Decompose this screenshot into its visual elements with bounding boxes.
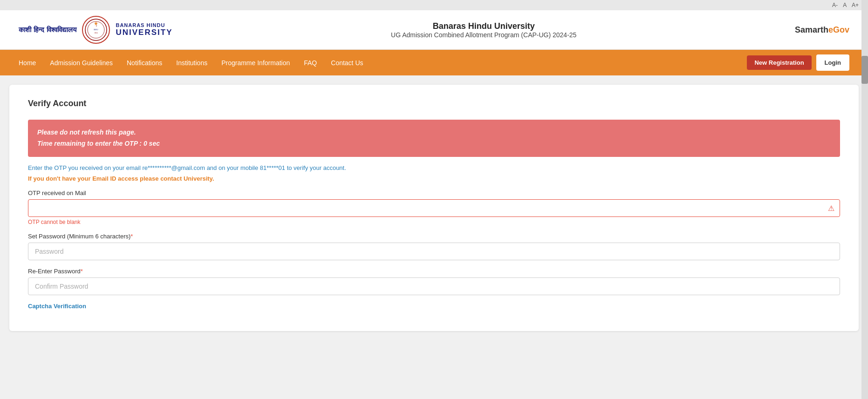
card-title: Verify Account	[28, 99, 840, 108]
university-name: Banaras Hindu University	[391, 21, 576, 31]
svg-text:॥: ॥	[96, 25, 97, 27]
nav-institutions[interactable]: Institutions	[176, 51, 207, 75]
nav-programme-info[interactable]: Programme Information	[221, 51, 290, 75]
otp-field-group: OTP received on Mail ⚠ OTP cannot be bla…	[28, 189, 840, 225]
captcha-label: Captcha Verification	[28, 303, 840, 310]
hindi-logo-text: काशी हिन्द विश्वविद्यालय	[19, 25, 76, 35]
otp-error-message: OTP cannot be blank	[28, 219, 840, 225]
reenter-password-field-group: Re-Enter Password*	[28, 268, 840, 295]
alert-line1: Please do not refresh this page.	[37, 127, 831, 138]
nav-home[interactable]: Home	[19, 51, 36, 75]
english-logo-text: BANARAS HINDU UNIVERSITY	[116, 22, 172, 37]
new-registration-button[interactable]: New Registration	[747, 55, 811, 70]
main-content: Verify Account Please do not refresh thi…	[0, 75, 868, 399]
password-input[interactable]	[28, 243, 840, 260]
nav-contact[interactable]: Contact Us	[331, 51, 363, 75]
reenter-password-input[interactable]	[28, 277, 840, 295]
nav-links: Home Admission Guidelines Notifications …	[19, 51, 363, 75]
otp-input-wrapper: ⚠	[28, 199, 840, 217]
otp-label: OTP received on Mail	[28, 189, 840, 196]
main-navbar: Home Admission Guidelines Notifications …	[0, 50, 868, 75]
site-header: काशी हिन्द विश्वविद्यालय ॥ BHU 1916 BANA…	[0, 10, 868, 50]
font-normal-btn[interactable]: A	[843, 2, 846, 8]
scrollbar-thumb[interactable]	[861, 56, 868, 84]
reenter-password-label: Re-Enter Password*	[28, 268, 840, 275]
reenter-password-input-wrapper	[28, 277, 840, 295]
captcha-field-group: Captcha Verification	[28, 303, 840, 310]
nav-faq[interactable]: FAQ	[304, 51, 317, 75]
otp-alert-box: Please do not refresh this page. Time re…	[28, 120, 840, 157]
svg-text:1916: 1916	[95, 32, 98, 34]
hindi-text: काशी हिन्द विश्वविद्यालय	[19, 26, 76, 34]
password-field-group: Set Password (Minimum 6 characters)*	[28, 233, 840, 260]
svg-text:BHU: BHU	[94, 28, 99, 31]
nav-notifications[interactable]: Notifications	[127, 51, 162, 75]
nav-admission-guidelines[interactable]: Admission Guidelines	[50, 51, 113, 75]
password-label: Set Password (Minimum 6 characters)*	[28, 233, 840, 240]
font-decrease-btn[interactable]: A-	[832, 2, 838, 8]
logo-area: काशी हिन्द विश्वविद्यालय ॥ BHU 1916 BANA…	[19, 16, 172, 44]
password-input-wrapper	[28, 243, 840, 260]
login-button[interactable]: Login	[816, 54, 849, 71]
password-required-mark: *	[130, 233, 133, 240]
alert-line2: Time remaining to enter the OTP : 0 sec	[37, 138, 831, 149]
otp-error-icon: ⚠	[828, 203, 834, 212]
brand-logo: SamartheGov	[795, 25, 849, 35]
header-title-area: Banaras Hindu University UG Admission Co…	[391, 21, 576, 39]
reenter-required-mark: *	[81, 268, 83, 275]
otp-info-text: Enter the OTP you received on your email…	[28, 164, 840, 171]
scrollbar[interactable]	[861, 0, 868, 399]
university-emblem: ॥ BHU 1916	[82, 16, 110, 44]
otp-input[interactable]	[28, 199, 840, 217]
samarth-text: Samarth	[795, 25, 828, 34]
egov-text: eGov	[828, 25, 849, 34]
email-warning-text: If you don't have your Email ID access p…	[28, 175, 840, 182]
nav-actions: New Registration Login	[747, 54, 849, 71]
font-increase-btn[interactable]: A+	[852, 2, 859, 8]
program-name: UG Admission Combined Allotment Program …	[391, 31, 576, 39]
verify-account-card: Verify Account Please do not refresh thi…	[9, 85, 859, 331]
accessibility-bar: A- A A+	[0, 0, 868, 10]
